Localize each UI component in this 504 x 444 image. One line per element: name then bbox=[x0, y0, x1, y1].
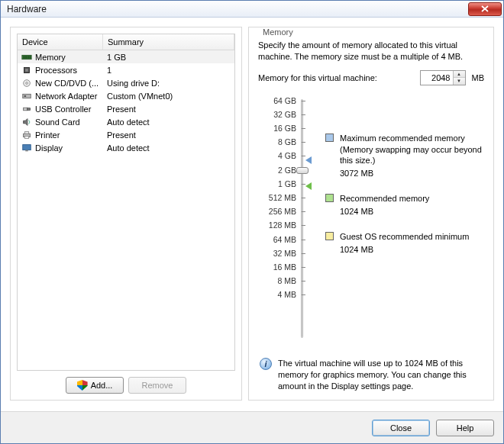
legend-rec-value: 1024 MB bbox=[340, 206, 429, 217]
add-label: Add... bbox=[91, 381, 113, 390]
slider-tick: 4 GB bbox=[258, 151, 301, 160]
legend-min-label: Guest OS recommended minimum bbox=[340, 231, 469, 243]
usb-icon bbox=[21, 104, 33, 114]
header-summary[interactable]: Summary bbox=[103, 34, 234, 50]
sound-icon bbox=[21, 117, 33, 127]
device-name: Network Adapter bbox=[35, 92, 105, 101]
svg-rect-12 bbox=[27, 108, 31, 110]
svg-rect-6 bbox=[25, 69, 28, 72]
device-name: Memory bbox=[35, 53, 105, 62]
svg-rect-10 bbox=[24, 95, 27, 97]
header-device[interactable]: Device bbox=[18, 34, 103, 50]
device-summary: 1 bbox=[105, 66, 231, 75]
memory-slider[interactable]: 64 GB32 GB16 GB8 GB4 GB2 GB1 GB512 MB256… bbox=[258, 96, 319, 356]
add-button[interactable]: Add... bbox=[66, 377, 124, 394]
close-icon[interactable] bbox=[468, 2, 502, 16]
legend-box-rec-icon bbox=[325, 194, 334, 202]
info-icon: i bbox=[260, 358, 272, 370]
slider-tick: 64 MB bbox=[258, 235, 301, 244]
legend-max-note: (Memory swapping may occur beyond this s… bbox=[340, 144, 484, 167]
device-row-display[interactable]: DisplayAuto detect bbox=[18, 141, 234, 154]
slider-tick: 8 GB bbox=[258, 137, 301, 146]
slider-tick: 32 GB bbox=[258, 110, 301, 119]
memory-unit: MB bbox=[472, 73, 485, 82]
svg-rect-17 bbox=[25, 150, 28, 151]
device-row-cd[interactable]: New CD/DVD (...Using drive D: bbox=[18, 76, 234, 89]
memory-input[interactable] bbox=[421, 71, 453, 85]
slider-tick: 512 MB bbox=[258, 193, 301, 202]
device-name: New CD/DVD (... bbox=[35, 79, 105, 88]
memory-spinner[interactable]: ▲ ▼ bbox=[420, 70, 466, 85]
slider-tick: 16 GB bbox=[258, 124, 301, 133]
help-label: Help bbox=[457, 423, 474, 433]
remove-label: Remove bbox=[142, 381, 173, 390]
close-button[interactable]: Close bbox=[372, 420, 430, 436]
slider-track[interactable] bbox=[301, 99, 303, 339]
slider-tick: 8 MB bbox=[258, 276, 301, 285]
device-summary: Using drive D: bbox=[105, 79, 231, 88]
slider-tick: 128 MB bbox=[258, 220, 301, 230]
hardware-dialog: Hardware Device Summary Memory1 GBProces… bbox=[0, 0, 504, 444]
rec-marker-icon bbox=[305, 182, 312, 190]
legend-max-label: Maximum recommended memory bbox=[340, 133, 484, 144]
device-summary: Auto detect bbox=[105, 143, 231, 153]
device-summary: Auto detect bbox=[105, 117, 231, 127]
memory-spec-text: Specify the amount of memory allocated t… bbox=[258, 40, 484, 63]
device-row-usb[interactable]: USB ControllerPresent bbox=[18, 102, 234, 115]
device-list-header: Device Summary bbox=[18, 34, 234, 50]
spinner-up-icon[interactable]: ▲ bbox=[454, 71, 465, 79]
slider-tick: 4 MB bbox=[258, 290, 301, 299]
memory-legend: Maximum recommended memory (Memory swapp… bbox=[325, 96, 484, 356]
svg-rect-15 bbox=[24, 136, 28, 138]
svg-rect-11 bbox=[24, 108, 27, 111]
window-title: Hardware bbox=[7, 4, 47, 14]
info-row: i The virtual machine will use up to 102… bbox=[258, 355, 484, 394]
device-name: Display bbox=[35, 143, 105, 153]
device-row-cpu[interactable]: Processors1 bbox=[18, 63, 234, 76]
slider-tick: 16 MB bbox=[258, 262, 301, 272]
help-button[interactable]: Help bbox=[436, 420, 494, 436]
legend-box-max-icon bbox=[325, 134, 334, 142]
device-row-memory[interactable]: Memory1 GB bbox=[18, 50, 234, 63]
legend-max-value: 3072 MB bbox=[340, 168, 484, 179]
memory-input-label: Memory for this virtual machine: bbox=[258, 73, 377, 82]
memory-input-row: Memory for this virtual machine: ▲ ▼ MB bbox=[258, 70, 484, 85]
nic-icon bbox=[21, 91, 33, 101]
device-row-printer[interactable]: PrinterPresent bbox=[18, 128, 234, 141]
cd-icon bbox=[21, 78, 33, 88]
device-row-nic[interactable]: Network AdapterCustom (VMnet0) bbox=[18, 89, 234, 102]
device-summary: 1 GB bbox=[105, 53, 231, 62]
memory-group-label: Memory bbox=[260, 27, 296, 37]
memory-panel: Memory Specify the amount of memory allo… bbox=[248, 27, 494, 401]
slider-tick: 256 MB bbox=[258, 207, 301, 216]
remove-button: Remove bbox=[128, 377, 186, 394]
device-row-sound[interactable]: Sound CardAuto detect bbox=[18, 115, 234, 128]
display-icon bbox=[21, 143, 33, 153]
svg-rect-14 bbox=[24, 131, 28, 134]
shield-icon bbox=[77, 380, 88, 391]
close-label: Close bbox=[390, 423, 412, 433]
titlebar: Hardware bbox=[1, 1, 503, 18]
device-buttons: Add... Remove bbox=[17, 371, 235, 394]
spinner-down-icon[interactable]: ▼ bbox=[454, 78, 465, 85]
cpu-icon bbox=[21, 65, 33, 76]
svg-rect-1 bbox=[24, 56, 25, 59]
dialog-button-bar: Close Help bbox=[1, 411, 503, 443]
slider-tick: 64 GB bbox=[258, 96, 301, 105]
svg-point-8 bbox=[26, 82, 28, 84]
device-name: USB Controller bbox=[35, 105, 105, 114]
slider-tick: 2 GB bbox=[258, 166, 301, 175]
slider-thumb[interactable] bbox=[296, 167, 309, 174]
info-text: The virtual machine will use up to 1024 … bbox=[278, 358, 483, 392]
device-name: Printer bbox=[35, 130, 105, 140]
printer-icon bbox=[21, 130, 33, 140]
svg-rect-4 bbox=[30, 56, 31, 59]
legend-rec-label: Recommended memory bbox=[340, 193, 429, 204]
svg-rect-3 bbox=[27, 56, 29, 59]
dialog-content: Device Summary Memory1 GBProcessors1New … bbox=[1, 18, 503, 401]
device-summary: Present bbox=[105, 105, 231, 114]
memory-icon bbox=[21, 52, 33, 63]
memory-slider-area: 64 GB32 GB16 GB8 GB4 GB2 GB1 GB512 MB256… bbox=[258, 96, 484, 356]
legend-box-min-icon bbox=[325, 232, 334, 240]
device-name: Sound Card bbox=[35, 117, 105, 127]
